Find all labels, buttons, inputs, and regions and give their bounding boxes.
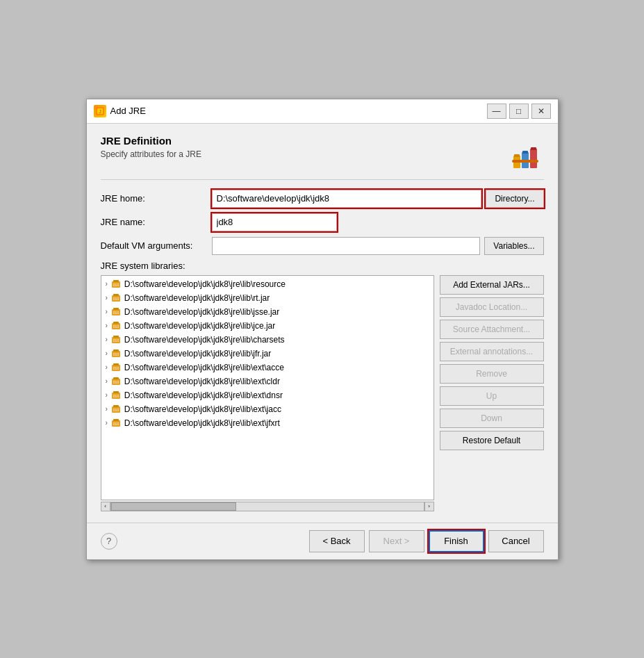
list-item[interactable]: › 010 D:\software\develop\jdk\jdk8\jre\l… [101,375,434,388]
jre-name-row: JRE name: [101,213,544,231]
svg-rect-20 [113,322,119,324]
svg-rect-4 [514,154,520,157]
list-item[interactable]: › 010 D:\software\develop\jdk\jdk8\jre\l… [101,319,434,333]
jre-home-label: JRE home: [101,193,212,204]
list-item[interactable]: › 010 D:\software\develop\jdk\jdk8\jre\l… [101,333,434,347]
up-button[interactable]: Up [440,386,544,406]
svg-text:010: 010 [113,297,119,301]
horizontal-scrollbar[interactable]: ‹ › [101,502,434,511]
dialog-content: JRE Definition Specify attributes for a … [87,124,558,523]
maximize-button[interactable]: □ [509,104,529,119]
svg-rect-11 [113,280,119,282]
expand-arrow: › [106,377,108,385]
svg-text:010: 010 [113,408,119,412]
expand-arrow: › [106,336,108,343]
library-list[interactable]: › 010 D:\software\develop\jdk\jdk8\jre\l… [101,275,434,500]
close-button[interactable]: ✕ [531,104,551,119]
header-text: JRE Definition Specify attributes for a … [101,135,201,159]
svg-rect-29 [113,363,119,365]
list-item[interactable]: › 010 D:\software\develop\jdk\jdk8\jre\l… [101,347,434,361]
variables-button[interactable]: Variables... [484,237,543,255]
javadoc-location-button[interactable]: Javadoc Location... [440,297,544,317]
svg-text:010: 010 [113,324,119,329]
svg-text:010: 010 [113,338,119,343]
svg-rect-38 [113,405,119,407]
jar-icon: 010 [110,320,122,331]
list-item[interactable]: › 010 D:\software\develop\jdk\jdk8\jre\l… [101,277,434,291]
jar-icon: 010 [110,376,122,387]
scroll-left-btn[interactable]: ‹ [101,502,110,511]
list-item[interactable]: › 010 D:\software\develop\jdk\jdk8\jre\l… [101,402,434,416]
expand-arrow: › [106,349,108,357]
svg-rect-41 [113,419,119,421]
expand-arrow: › [106,322,108,329]
jre-name-label: JRE name: [101,217,212,227]
svg-rect-7 [530,149,537,168]
library-buttons: Add External JARs... Javadoc Location...… [440,275,544,511]
expand-arrow: › [106,419,108,427]
jar-icon: 010 [110,279,122,290]
dialog-footer: ? < Back Next > Finish Cancel [87,523,558,559]
expand-arrow: › [106,405,108,413]
jar-icon: 010 [110,404,122,415]
svg-rect-26 [113,349,119,352]
jar-icon: 010 [110,306,122,318]
help-button[interactable]: ? [101,533,117,550]
libraries-section-label: JRE system libraries: [101,261,544,271]
svg-text:010: 010 [113,380,119,384]
jar-icon: 010 [110,293,122,304]
list-item[interactable]: › 010 D:\software\develop\jdk\jdk8\jre\l… [101,416,434,430]
remove-button[interactable]: Remove [440,364,544,384]
title-bar: J Add JRE — □ ✕ [87,99,558,124]
next-button[interactable]: Next > [369,530,424,552]
minimize-button[interactable]: — [487,104,506,119]
jre-icon [508,135,544,171]
section-title: JRE Definition [101,135,201,147]
svg-text:010: 010 [113,283,119,287]
title-controls: — □ ✕ [487,104,551,119]
svg-text:J: J [99,109,101,114]
section-subtitle: Specify attributes for a JRE [101,149,201,159]
add-external-jars-button[interactable]: Add External JARs... [440,275,544,295]
expand-arrow: › [106,294,108,302]
expand-arrow: › [106,391,108,399]
libraries-area: › 010 D:\software\develop\jdk\jdk8\jre\l… [101,275,544,511]
footer-buttons: < Back Next > Finish Cancel [309,530,544,552]
list-item[interactable]: › 010 D:\software\develop\jdk\jdk8\jre\l… [101,305,434,319]
svg-rect-14 [113,294,119,296]
svg-text:010: 010 [113,394,119,398]
list-item[interactable]: › 010 D:\software\develop\jdk\jdk8\jre\l… [101,291,434,305]
jar-icon: 010 [110,334,122,345]
add-jre-dialog: J Add JRE — □ ✕ JRE Definition Specify a… [86,99,559,560]
directory-button[interactable]: Directory... [486,190,543,208]
finish-button[interactable]: Finish [429,530,484,552]
jre-home-row: JRE home: Directory... [101,190,544,208]
svg-rect-23 [113,336,119,338]
cancel-button[interactable]: Cancel [488,530,544,552]
scroll-track[interactable] [110,502,424,511]
back-button[interactable]: < Back [309,530,365,552]
svg-text:010: 010 [113,422,119,426]
expand-arrow: › [106,280,108,288]
dialog-title: Add JRE [110,106,146,116]
list-item[interactable]: › 010 D:\software\develop\jdk\jdk8\jre\l… [101,388,434,402]
svg-text:010: 010 [113,311,119,315]
default-vm-input[interactable] [212,237,481,255]
svg-rect-35 [113,391,119,393]
jar-icon: 010 [110,348,122,359]
jre-name-input[interactable] [212,213,337,231]
down-button[interactable]: Down [440,409,544,428]
default-vm-row: Default VM arguments: Variables... [101,237,544,255]
external-annotations-button[interactable]: External annotations... [440,342,544,361]
dialog-icon: J [94,105,106,117]
svg-rect-9 [512,160,538,163]
library-items: › 010 D:\software\develop\jdk\jdk8\jre\l… [101,276,434,431]
restore-default-button[interactable]: Restore Default [440,431,544,450]
source-attachment-button[interactable]: Source Attachment... [440,320,544,339]
svg-rect-17 [113,308,119,310]
svg-text:010: 010 [113,352,119,356]
scroll-right-btn[interactable]: › [424,502,434,511]
jre-home-input[interactable] [212,190,482,208]
svg-text:010: 010 [113,366,119,370]
list-item[interactable]: › 010 D:\software\develop\jdk\jdk8\jre\l… [101,361,434,375]
